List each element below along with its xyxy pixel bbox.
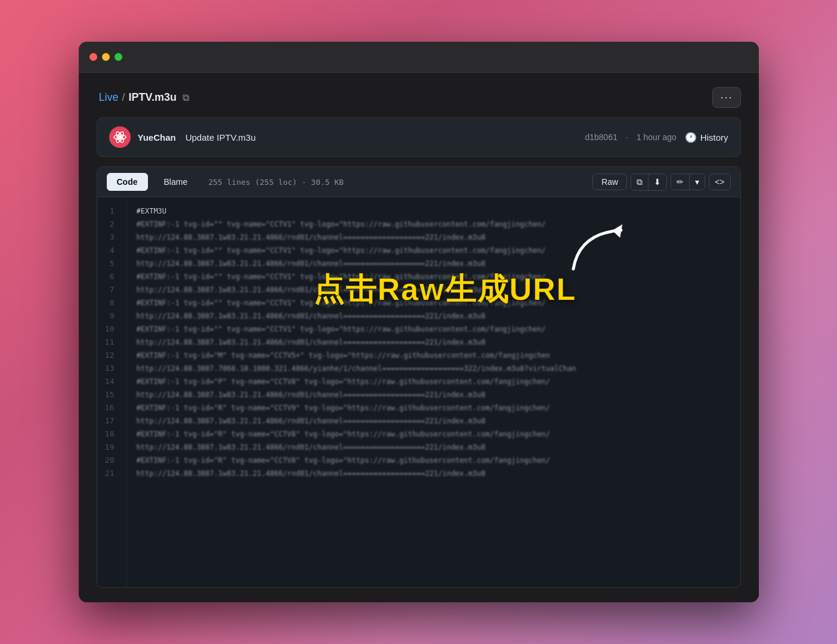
edit-group: ✏ ▾ xyxy=(671,174,705,190)
avatar xyxy=(109,126,131,148)
commit-bar: YueChan Update IPTV.m3u d1b8061 · 1 hour… xyxy=(97,117,741,157)
copy-path-icon[interactable]: ⧉ xyxy=(183,92,189,103)
code-line: http://124.88.3887.1w83.21.21.4866/rnd01… xyxy=(137,467,731,480)
commit-message: Update IPTV.m3u xyxy=(186,132,256,143)
embed-button[interactable]: <> xyxy=(709,174,730,190)
code-line: #EXTINF:-1 tvg-id="" tvg-name="CCTV1" tv… xyxy=(137,296,731,309)
commit-hash: d1b8061 xyxy=(585,132,617,142)
code-line: http://124.88.3887.1w83.21.21.4866/rnd01… xyxy=(137,388,731,401)
code-line: http://124.88.3887.1w83.21.21.4866/rnd01… xyxy=(137,257,731,270)
line-number: 20 xyxy=(97,454,122,467)
code-line: http://124.88.3887.1w83.21.21.4866/rnd01… xyxy=(137,309,731,323)
code-line: #EXTINF:-1 tvg-id="R" tvg-name="CCTV8" t… xyxy=(137,428,731,441)
breadcrumb-live-link[interactable]: Live xyxy=(99,91,119,104)
line-number: 14 xyxy=(97,375,122,388)
line-number: 11 xyxy=(97,336,122,349)
line-number: 21 xyxy=(97,467,122,480)
copy-download-group: ⧉ ⬇ xyxy=(631,174,667,191)
minimize-button[interactable] xyxy=(102,53,110,61)
code-line: #EXTINF:-1 tvg-id="" tvg-name="CCTV1" tv… xyxy=(137,323,731,336)
history-label: History xyxy=(700,132,728,143)
line-number: 5 xyxy=(97,257,122,270)
line-number: 13 xyxy=(97,362,122,375)
app-window: Live / IPTV.m3u ⧉ ··· YueChan Update IPT… xyxy=(79,42,759,602)
line-number: 2 xyxy=(97,218,122,231)
commit-meta: d1b8061 · 1 hour ago 🕐 History xyxy=(585,132,728,143)
code-line: http://124.88.3887.1w83.21.21.4866/rnd01… xyxy=(137,441,731,454)
history-icon: 🕐 xyxy=(685,132,697,143)
close-button[interactable] xyxy=(89,53,97,61)
titlebar xyxy=(79,42,759,73)
traffic-lights xyxy=(89,53,122,61)
code-content: 123456789101112131415161718192021 #EXTM3… xyxy=(97,197,740,587)
line-number: 4 xyxy=(97,244,122,257)
toolbar-right: Raw ⧉ ⬇ ✏ ▾ <> xyxy=(592,174,730,191)
line-number: 7 xyxy=(97,283,122,296)
file-toolbar: Code Blame 255 lines (255 loc) · 30.5 KB… xyxy=(97,167,740,197)
breadcrumb-filename: IPTV.m3u xyxy=(129,91,177,104)
file-info: 255 lines (255 loc) · 30.5 KB xyxy=(208,178,344,187)
line-number: 8 xyxy=(97,296,122,309)
line-number: 9 xyxy=(97,309,122,323)
tab-blame[interactable]: Blame xyxy=(154,173,198,191)
code-line: http://124.88.3887.1w83.21.21.4866/rnd01… xyxy=(137,231,731,244)
code-line: #EXTINF:-1 tvg-id="" tvg-name="CCTV1" tv… xyxy=(137,218,731,231)
line-number: 18 xyxy=(97,428,122,441)
line-number: 3 xyxy=(97,231,122,244)
code-line: #EXTINF:-1 tvg-id="R" tvg-name="CCTV9" t… xyxy=(137,401,731,414)
file-viewer: Code Blame 255 lines (255 loc) · 30.5 KB… xyxy=(97,166,741,588)
code-line: http://124.88.3887.1w83.21.21.4866/rnd01… xyxy=(137,414,731,428)
svg-point-0 xyxy=(118,135,122,139)
code-lines: #EXTM3U#EXTINF:-1 tvg-id="" tvg-name="CC… xyxy=(127,197,740,587)
line-number: 12 xyxy=(97,349,122,362)
code-line: #EXTINF:-1 tvg-id="R" tvg-name="CCTV8" t… xyxy=(137,454,731,467)
line-number: 1 xyxy=(97,205,122,218)
raw-button[interactable]: Raw xyxy=(592,174,627,190)
code-area: 123456789101112131415161718192021 #EXTM3… xyxy=(97,197,740,587)
line-number: 6 xyxy=(97,270,122,283)
code-line: http://124.88.3887.1w83.21.21.4866/rnd01… xyxy=(137,336,731,349)
main-content: Live / IPTV.m3u ⧉ ··· YueChan Update IPT… xyxy=(79,73,759,602)
download-button[interactable]: ⬇ xyxy=(648,174,666,190)
edit-dropdown-button[interactable]: ▾ xyxy=(690,174,705,190)
code-line: #EXTM3U xyxy=(137,205,731,218)
line-number: 17 xyxy=(97,414,122,428)
commit-author: YueChan xyxy=(138,132,176,143)
history-button[interactable]: 🕐 History xyxy=(685,132,728,143)
breadcrumb-separator: / xyxy=(122,91,125,104)
line-number: 15 xyxy=(97,388,122,401)
line-number: 16 xyxy=(97,401,122,414)
code-line: #EXTINF:-1 tvg-id="" tvg-name="CCTV1" tv… xyxy=(137,270,731,283)
code-line: http://124.88.3887.7068.18.1000.321.4866… xyxy=(137,362,731,375)
line-number: 10 xyxy=(97,323,122,336)
more-options-button[interactable]: ··· xyxy=(712,87,740,108)
tab-code[interactable]: Code xyxy=(107,173,148,191)
line-number: 19 xyxy=(97,441,122,454)
commit-separator: · xyxy=(626,132,628,142)
commit-time: 1 hour ago xyxy=(637,132,677,142)
code-line: #EXTINF:-1 tvg-id="" tvg-name="CCTV1" tv… xyxy=(137,244,731,257)
code-line: http://124.88.3887.1w83.21.21.4866/rnd01… xyxy=(137,283,731,296)
line-numbers: 123456789101112131415161718192021 xyxy=(97,197,127,587)
breadcrumb: Live / IPTV.m3u ⧉ xyxy=(97,91,192,104)
code-line: #EXTINF:-1 tvg-id="M" tvg-name="CCTV5+" … xyxy=(137,349,731,362)
edit-button[interactable]: ✏ xyxy=(671,174,690,190)
code-line: #EXTINF:-1 tvg-id="P" tvg-name="CCTV8" t… xyxy=(137,375,731,388)
copy-button[interactable]: ⧉ xyxy=(631,174,648,190)
maximize-button[interactable] xyxy=(115,53,122,61)
